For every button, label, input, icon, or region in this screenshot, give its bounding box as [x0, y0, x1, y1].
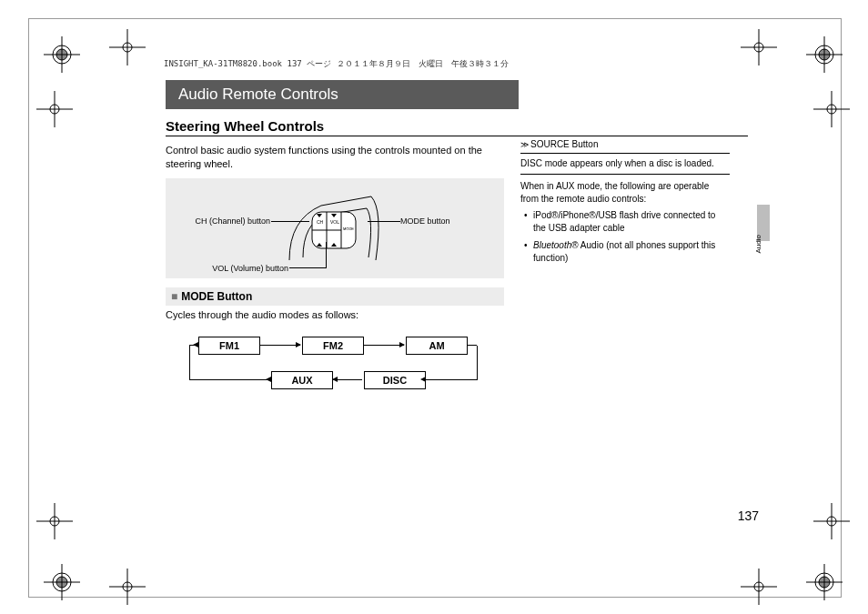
crop-mark-icon: [36, 91, 73, 129]
sidebar-heading: ≫SOURCE Button: [520, 138, 730, 154]
svg-text:MODE: MODE: [343, 226, 354, 231]
crop-mark-icon: [36, 503, 73, 541]
arrow-icon: [260, 345, 300, 346]
list-item: Bluetooth® Audio (not all phones support…: [524, 239, 730, 264]
leader-line: [368, 221, 400, 222]
arrow-icon: [364, 345, 404, 346]
arrow-icon: [333, 379, 362, 380]
section-tab-label: Audio: [754, 235, 762, 253]
sidebar-list: iPod®/iPhone®/USB flash drive connected …: [520, 209, 730, 264]
registration-mark-icon: [44, 564, 80, 600]
leader-line: [271, 221, 309, 222]
page-content: Audio Remote Controls Steering Wheel Con…: [166, 80, 748, 406]
svg-text:CH: CH: [317, 219, 324, 225]
registration-mark-icon: [806, 36, 843, 73]
arrow-icon: [193, 342, 198, 347]
mode-section-heading: ■MODE Button: [166, 287, 504, 306]
flow-line: [477, 346, 478, 380]
crop-mark-icon: [109, 569, 146, 607]
sidebar-note-disc: DISC mode appears only when a disc is lo…: [520, 157, 730, 175]
arrow-icon: [266, 377, 271, 382]
flow-line: [189, 346, 190, 380]
mode-section-desc: Cycles through the audio modes as follow…: [166, 309, 504, 320]
intro-text: Control basic audio system functions usi…: [166, 144, 504, 171]
flow-box-aux: AUX: [271, 371, 333, 389]
flow-line: [468, 345, 477, 346]
steering-wheel-diagram: CH VOL MODE CH (Channel) button VOL (Vol…: [166, 178, 504, 278]
flow-line: [426, 379, 477, 380]
list-item: iPod®/iPhone®/USB flash drive connected …: [524, 209, 730, 234]
file-header-text: INSIGHT_KA-31TM8820.book 137 ページ ２０１１年８月…: [164, 58, 509, 70]
steering-wheel-icon: CH VOL MODE: [285, 192, 385, 265]
crop-mark-icon: [741, 569, 777, 607]
link-icon: ≫: [520, 140, 529, 149]
registration-mark-icon: [44, 36, 80, 73]
sidebar-heading-text: SOURCE Button: [530, 139, 598, 149]
flow-box-disc: DISC: [364, 371, 426, 389]
registration-mark-icon: [806, 564, 843, 600]
page-title: Audio Remote Controls: [166, 80, 519, 109]
page-number: 137: [738, 508, 759, 523]
arrow-icon: [420, 377, 426, 382]
flow-box-fm2: FM2: [302, 337, 364, 355]
crop-mark-icon: [813, 91, 850, 129]
diagram-label-ch: CH (Channel) button: [175, 216, 270, 226]
page-subtitle: Steering Wheel Controls: [166, 118, 748, 136]
flow-box-fm1: FM1: [198, 337, 260, 355]
crop-mark-icon: [109, 29, 146, 67]
left-column: Control basic audio system functions usi…: [166, 138, 504, 406]
diagram-label-vol: VOL (Volume) button: [193, 264, 288, 273]
square-bullet-icon: ■: [171, 290, 177, 303]
mode-flow-diagram: FM1 FM2 AM AUX DISC: [189, 333, 504, 406]
crop-mark-icon: [813, 503, 850, 541]
list-item-text: iPod®/iPhone®/USB flash drive connected …: [533, 210, 715, 233]
crop-mark-icon: [741, 29, 777, 67]
mode-heading-text: MODE Button: [181, 290, 252, 303]
flow-box-am: AM: [406, 337, 468, 355]
sidebar-note-aux: When in AUX mode, the following are oper…: [520, 180, 730, 206]
flow-line: [189, 379, 269, 380]
right-column: ≫SOURCE Button DISC mode appears only wh…: [520, 138, 730, 406]
leader-line: [326, 242, 327, 268]
diagram-label-mode: MODE button: [400, 216, 450, 226]
leader-line: [289, 267, 326, 268]
list-item-text-italic: Bluetooth: [533, 240, 571, 250]
svg-text:VOL: VOL: [330, 219, 339, 225]
